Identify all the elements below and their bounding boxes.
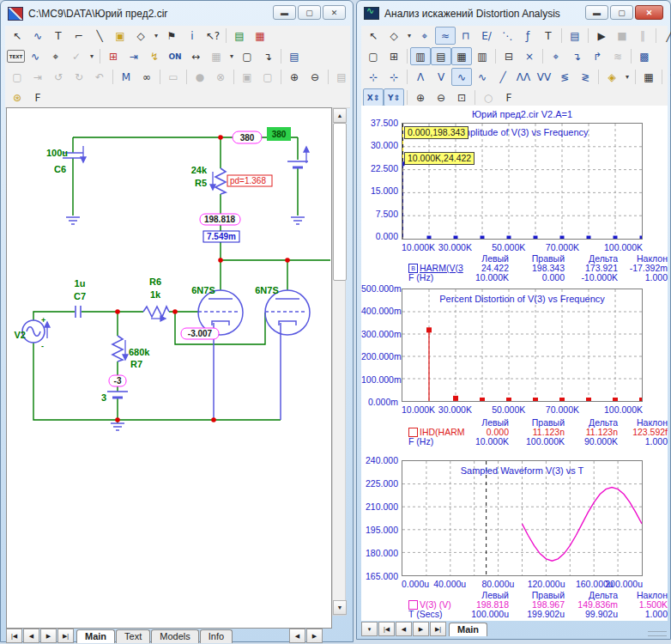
prev-page-button[interactable]: ◀ [396, 622, 412, 636]
sheet-tab[interactable]: Text [116, 629, 150, 643]
go-to-inflection[interactable]: ≶ [554, 68, 575, 86]
properties-dialog[interactable]: ▤ [565, 27, 585, 45]
c6-name-label[interactable]: C6 [54, 164, 66, 174]
info-mode[interactable]: i [182, 27, 203, 45]
tube1-label[interactable]: 6N7S [191, 285, 215, 295]
r6-value-label[interactable]: 1k [150, 289, 161, 300]
show-on-labels[interactable]: ON [165, 47, 185, 65]
show-solder-dots[interactable]: ↯ [144, 47, 165, 65]
line-tool[interactable]: ╱ [659, 27, 671, 45]
r5-current-label[interactable]: 7.549m [207, 232, 236, 241]
resistor-r6[interactable] [143, 307, 169, 317]
maximize-button[interactable]: ▢ [610, 5, 633, 20]
go-to-y-value[interactable]: ≷ [575, 68, 595, 86]
r5-name-label[interactable]: R5 [195, 178, 207, 188]
performance-mode[interactable]: E/ [476, 27, 497, 45]
go-to-peak[interactable]: Λ [410, 68, 431, 86]
vertical-scrollbar[interactable]: ▲ ▼ [332, 107, 346, 616]
region-enable-mode[interactable]: ▤ [229, 27, 250, 45]
picture-mode[interactable]: ▣ [110, 27, 130, 45]
cursor-mode[interactable]: ⌖ [414, 27, 435, 45]
horizontal-gridlines[interactable]: ▤ [431, 47, 451, 65]
c6-value-label[interactable]: 100u [46, 148, 68, 158]
minimize-button[interactable]: ▬ [273, 5, 296, 20]
plot-list-button[interactable]: ▾ [361, 622, 378, 636]
r7-name-label[interactable]: R7 [130, 359, 142, 369]
bias-value-label[interactable]: 3 [101, 392, 106, 403]
show-values[interactable]: ∿ [25, 47, 45, 65]
go-to-valley[interactable]: V [431, 68, 451, 86]
plot-tab-main[interactable]: Main [449, 623, 487, 636]
text-mode[interactable]: T [538, 27, 559, 45]
zoom-in[interactable]: ⊕ [410, 88, 431, 106]
black-white-toggle[interactable]: ▩ [634, 47, 655, 65]
resize-grip[interactable] [648, 631, 667, 636]
fft-mode[interactable]: ƒ [517, 27, 538, 45]
auto-scale-x[interactable]: X⇕ [363, 88, 384, 106]
zoom-out[interactable]: ⊖ [431, 88, 451, 106]
intercept-tracker[interactable]: ↴ [566, 47, 587, 65]
resistor-r7[interactable] [112, 336, 123, 361]
block-select-mode[interactable]: ▦ [250, 27, 270, 45]
line-mode[interactable]: ╲ [89, 27, 110, 45]
show-grid-text[interactable]: ⊞ [103, 47, 124, 65]
wire-mode[interactable]: ⌐ [69, 27, 89, 45]
numeric-output[interactable]: ▦ [638, 68, 659, 86]
last-page-button[interactable]: ▶| [430, 622, 446, 636]
tag-value[interactable]: ◈ [601, 68, 622, 86]
data-points-mode[interactable]: ⋱ [497, 27, 517, 45]
shape-dropdown[interactable]: ▾ [151, 27, 161, 45]
find-component[interactable]: M [116, 68, 136, 86]
font-settings[interactable]: F [499, 88, 519, 106]
minimize-button[interactable]: ▬ [585, 5, 608, 20]
c7-value-label[interactable]: 1u [75, 278, 86, 289]
search[interactable]: ∞ [136, 68, 157, 86]
r5-value-label[interactable]: 24k [191, 165, 208, 175]
harmonics-mode[interactable]: ⊓ [456, 27, 476, 45]
prev-page-button[interactable]: ◀ [23, 629, 39, 643]
auto-scale-y[interactable]: Y⇕ [384, 88, 404, 106]
color-palette[interactable]: ⊛ [7, 88, 27, 106]
minor-gridlines[interactable]: ▦ [451, 47, 472, 65]
node-voltage-m3[interactable]: -3 [114, 376, 122, 386]
shape-mode[interactable]: ◇ [130, 27, 151, 45]
scope-mode[interactable]: ≈ [435, 27, 456, 45]
r7-value-label[interactable]: 680k [129, 347, 150, 357]
first-page-button[interactable]: |◀ [6, 629, 22, 643]
shape-mode[interactable]: ◇ [384, 27, 404, 45]
run-button[interactable]: ▶ [591, 27, 612, 45]
zoom-out[interactable]: ⊖ [305, 68, 325, 86]
scroll-left-button[interactable]: ◀ [289, 629, 305, 643]
sheet-tab[interactable]: Info [200, 629, 233, 643]
help-mode[interactable]: ↖? [203, 27, 223, 45]
cursor-tracker[interactable]: ⌖ [546, 47, 566, 65]
scrollbar-thumb[interactable] [333, 123, 347, 281]
supply-voltage-380[interactable]: 380 [272, 130, 287, 139]
sheet-tab[interactable]: Models [151, 629, 198, 643]
single-plot-view[interactable]: ▢ [363, 47, 384, 65]
select-mode[interactable]: ↖ [363, 27, 384, 45]
last-page-button[interactable]: ▶| [57, 629, 74, 643]
select-mode[interactable]: ↖ [7, 27, 27, 45]
zoom-area[interactable]: ⊡ [451, 88, 472, 106]
node-voltage-grid[interactable]: -3.007 [188, 329, 213, 338]
plot2-distortion[interactable]: Percent Distortion of V(3) vs Frequency [402, 289, 643, 402]
first-page-button[interactable]: |◀ [378, 622, 395, 636]
global-low[interactable]: VV [534, 68, 554, 86]
baseline-toggle[interactable]: ⊟ [499, 47, 519, 65]
component-mode[interactable]: ∿ [27, 27, 48, 45]
v2-name-label[interactable]: V2 [15, 330, 26, 340]
r5-power-label[interactable]: pd=1.368 [230, 176, 266, 185]
show-pin-connections[interactable]: ⇥ [124, 47, 144, 65]
schematic-canvas[interactable]: 100u C6 24k R5 1u C7 R6 1k 6N7S 6N7S 680… [6, 107, 332, 629]
close-button[interactable]: ✕ [323, 5, 346, 20]
properties-dialog[interactable]: ▤ [284, 47, 305, 65]
show-attribute-text[interactable]: TEXT [7, 50, 25, 63]
multi-plot-view[interactable]: ⊞ [384, 47, 404, 65]
close-button[interactable]: ✕ [635, 5, 663, 20]
next-page-button[interactable]: ▶ [413, 622, 429, 636]
tag-dropdown[interactable]: ▾ [622, 68, 632, 86]
c7-name-label[interactable]: C7 [74, 291, 86, 301]
next-page-button[interactable]: ▶ [40, 629, 57, 643]
mouse-tracker[interactable]: ↱ [587, 47, 608, 65]
